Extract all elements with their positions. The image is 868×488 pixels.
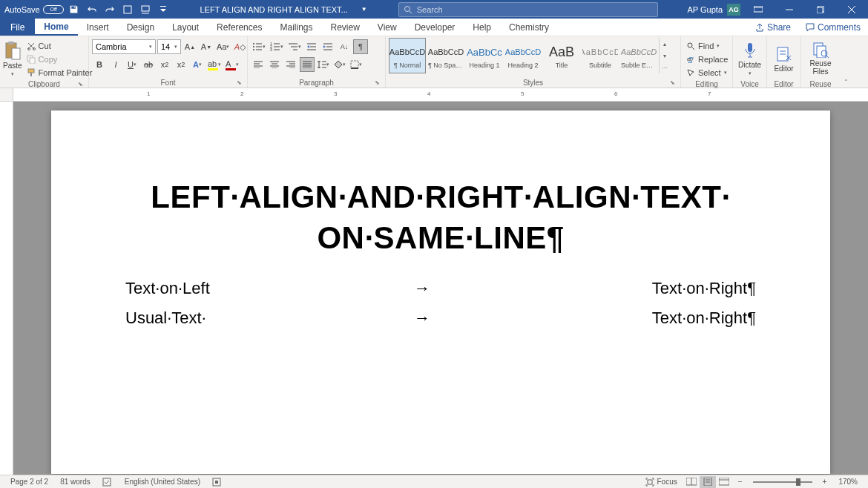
style-subtitle[interactable]: AaBbCcDSubtitle: [582, 38, 619, 73]
bullets-button[interactable]: ▾: [251, 39, 267, 54]
print-layout-button[interactable]: [700, 476, 716, 488]
document-area[interactable]: LEFT·ALIGN·AND·RIGHT·ALIGN·TEXT· ON·SAME…: [13, 102, 868, 475]
zoom-out-button[interactable]: −: [732, 478, 749, 486]
italic-button[interactable]: I: [108, 57, 123, 72]
close-button[interactable]: [838, 0, 865, 19]
page-indicator[interactable]: Page 2 of 2: [4, 478, 54, 486]
tab-chemistry[interactable]: Chemistry: [500, 19, 558, 36]
change-case-button[interactable]: Aa▾: [215, 39, 231, 54]
styles-scroll-up[interactable]: ▴: [660, 38, 669, 50]
undo-icon[interactable]: [85, 2, 99, 17]
styles-expand[interactable]: ⋯: [660, 62, 669, 73]
text-effects-button[interactable]: A▾: [190, 57, 205, 72]
spellcheck-indicator[interactable]: [96, 478, 119, 487]
cut-button[interactable]: Cut: [24, 39, 96, 53]
language-indicator[interactable]: English (United States): [119, 478, 206, 486]
copy-button[interactable]: Copy: [24, 53, 96, 66]
zoom-level[interactable]: 170%: [832, 478, 864, 486]
underline-button[interactable]: U▾: [125, 57, 139, 72]
styles-scroll-down[interactable]: ▾: [660, 50, 669, 62]
style-normal[interactable]: AaBbCcD¶ Normal: [389, 38, 426, 73]
minimize-button[interactable]: [776, 0, 803, 19]
replace-button[interactable]: abReplace: [684, 53, 731, 66]
numbering-button[interactable]: 123▾: [269, 39, 285, 54]
document-heading-line1[interactable]: LEFT·ALIGN·AND·RIGHT·ALIGN·TEXT·: [125, 177, 756, 218]
justify-button[interactable]: [300, 57, 315, 72]
style-no-spacing[interactable]: AaBbCcD¶ No Spac...: [427, 38, 464, 73]
zoom-thumb[interactable]: [796, 478, 800, 486]
decrease-indent-button[interactable]: [304, 39, 319, 54]
superscript-button[interactable]: x2: [174, 57, 188, 72]
bold-button[interactable]: B: [92, 57, 107, 72]
style-heading1[interactable]: AaBbCcHeading 1: [466, 38, 503, 73]
tab-design[interactable]: Design: [118, 19, 163, 36]
find-button[interactable]: Find▾: [684, 39, 723, 53]
body-line[interactable]: Text·on·Left → Text·on·Right¶: [125, 279, 756, 298]
vertical-ruler[interactable]: [0, 102, 13, 475]
paragraph-dialog-launcher[interactable]: ⬊: [373, 79, 381, 87]
editor-button[interactable]: Editor: [770, 38, 798, 79]
autosave-toggle[interactable]: AutoSave Off: [4, 5, 64, 14]
save-icon[interactable]: [67, 2, 82, 17]
tab-view[interactable]: View: [369, 19, 406, 36]
style-heading2[interactable]: AaBbCcDHeading 2: [504, 38, 542, 73]
user-avatar[interactable]: AG: [727, 4, 740, 16]
tab-mailings[interactable]: Mailings: [271, 19, 321, 36]
font-size-combo[interactable]: 14▾: [157, 39, 181, 54]
format-painter-button[interactable]: Format Painter: [24, 66, 96, 79]
shading-button[interactable]: ▾: [332, 57, 347, 72]
select-button[interactable]: Select▾: [684, 66, 730, 79]
title-dropdown-icon[interactable]: ▼: [361, 6, 367, 13]
shrink-font-button[interactable]: A▼: [199, 39, 214, 54]
align-center-button[interactable]: [267, 57, 282, 72]
tab-developer[interactable]: Developer: [406, 19, 464, 36]
sort-button[interactable]: A↓: [337, 39, 352, 54]
qat-icon-1[interactable]: [120, 2, 135, 17]
tab-home[interactable]: Home: [35, 19, 77, 36]
multilevel-list-button[interactable]: ▾: [286, 39, 303, 54]
font-dialog-launcher[interactable]: ⬊: [235, 79, 243, 87]
tab-insert[interactable]: Insert: [78, 19, 118, 36]
macro-indicator[interactable]: [206, 478, 227, 487]
line-spacing-button[interactable]: ▾: [316, 57, 331, 72]
reuse-files-button[interactable]: Reuse Files: [804, 38, 837, 79]
clipboard-dialog-launcher[interactable]: ⬊: [76, 81, 84, 88]
highlight-button[interactable]: ab▾: [206, 57, 223, 72]
tab-layout[interactable]: Layout: [163, 19, 208, 36]
strikethrough-button[interactable]: ab: [141, 57, 156, 72]
style-subtle-emphasis[interactable]: AaBbCcDSubtle Em...: [620, 38, 657, 73]
grow-font-button[interactable]: A▲: [183, 39, 197, 54]
borders-button[interactable]: ▾: [349, 57, 364, 72]
font-color-button[interactable]: A▾: [224, 57, 240, 72]
document-heading-line2[interactable]: ON·SAME·LINE¶: [125, 218, 756, 259]
tab-help[interactable]: Help: [464, 19, 500, 36]
customize-qat-icon[interactable]: [156, 2, 171, 17]
share-button[interactable]: Share: [748, 19, 798, 36]
zoom-slider[interactable]: [753, 481, 812, 483]
focus-mode-button[interactable]: Focus: [640, 478, 683, 487]
web-layout-button[interactable]: [716, 476, 732, 488]
font-name-combo[interactable]: Cambria▾: [92, 39, 156, 54]
zoom-in-button[interactable]: +: [817, 478, 833, 486]
page[interactable]: LEFT·ALIGN·AND·RIGHT·ALIGN·TEXT· ON·SAME…: [51, 111, 830, 474]
qat-icon-2[interactable]: [138, 2, 153, 17]
collapse-ribbon-button[interactable]: ˄: [840, 36, 852, 88]
tab-review[interactable]: Review: [321, 19, 368, 36]
comments-button[interactable]: Comments: [798, 19, 868, 36]
style-title[interactable]: AaBTitle: [543, 38, 580, 73]
styles-dialog-launcher[interactable]: ⬊: [668, 79, 676, 87]
redo-icon[interactable]: [102, 2, 117, 17]
body-line[interactable]: Usual·Text· → Text·on·Right¶: [125, 309, 756, 328]
ribbon-display-icon[interactable]: [745, 0, 772, 19]
word-count[interactable]: 81 words: [54, 478, 96, 486]
dictate-button[interactable]: Dictate▾: [736, 38, 763, 79]
horizontal-ruler[interactable]: 1 2 3 4 5 6 7: [13, 88, 868, 102]
user-name[interactable]: AP Gupta: [688, 5, 723, 14]
align-left-button[interactable]: [251, 57, 266, 72]
restore-button[interactable]: [807, 0, 834, 19]
increase-indent-button[interactable]: [320, 39, 335, 54]
subscript-button[interactable]: x2: [157, 57, 172, 72]
search-input[interactable]: Search: [398, 2, 658, 17]
clear-formatting-button[interactable]: A◇: [232, 39, 247, 54]
show-marks-button[interactable]: ¶: [353, 39, 368, 54]
